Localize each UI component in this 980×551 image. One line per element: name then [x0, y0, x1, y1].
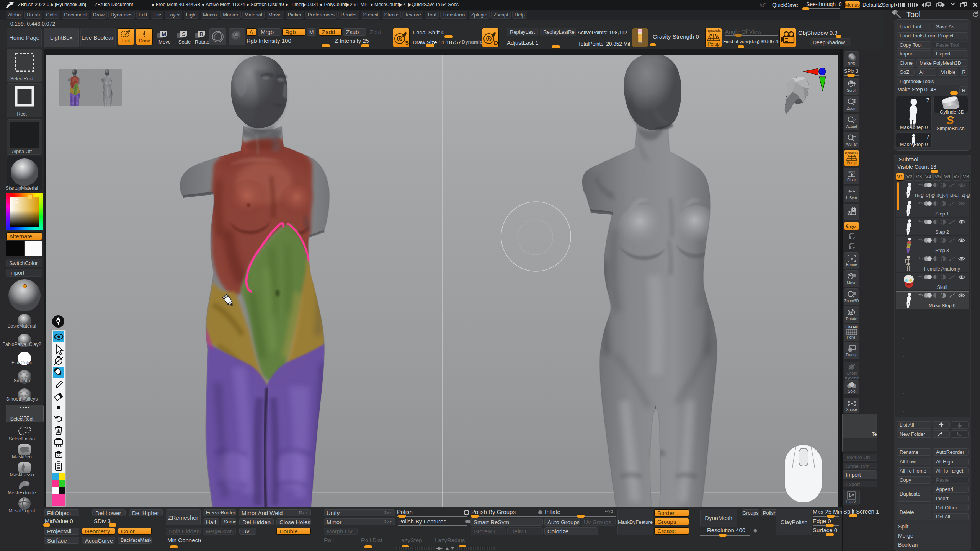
svg-text:S: S: [405, 39, 409, 46]
svg-text:D: D: [494, 39, 498, 46]
svg-text:Y: Y: [302, 511, 305, 515]
svg-text:Z: Z: [390, 511, 392, 515]
svg-text:Y: Y: [387, 511, 389, 515]
svg-text:xyz: xyz: [849, 224, 856, 229]
svg-text:Z: Z: [611, 510, 613, 514]
svg-text:Z: Z: [305, 511, 307, 515]
svg-text:Z: Z: [390, 520, 392, 524]
svg-text:S: S: [182, 31, 185, 37]
svg-text:x1: x1: [853, 119, 857, 122]
svg-text:S: S: [946, 114, 954, 126]
svg-text:Y: Y: [853, 237, 855, 241]
svg-text:Y: Y: [608, 510, 611, 514]
svg-text:M: M: [162, 31, 166, 37]
svg-text:▦ʣʒ: ▦ʣʒ: [848, 171, 855, 174]
svg-text:Y: Y: [387, 520, 389, 524]
svg-text:Z: Z: [853, 247, 855, 251]
svg-text:R: R: [199, 31, 203, 37]
